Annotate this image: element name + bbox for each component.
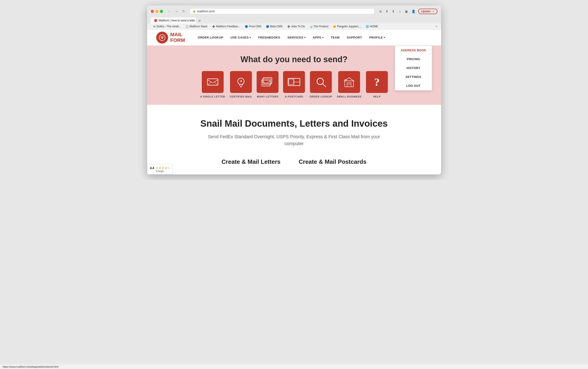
svg-rect-21 (347, 83, 351, 87)
many-letters-label: MANY LETTERS (257, 95, 279, 98)
svg-rect-10 (262, 79, 271, 85)
svg-rect-22 (348, 84, 350, 85)
site-nav: MAIL FORM ORDER LOOKUP USE CASES ▾ FRESH… (147, 30, 441, 46)
service-icons: A SINGLE LETTER 📮 CERTIFIED MAIL (156, 71, 432, 98)
svg-line-3 (207, 80, 213, 83)
feature-postcards-title: Create & Mail Postcards (299, 158, 366, 165)
back-button[interactable]: ← (167, 9, 172, 14)
close-button[interactable] (151, 10, 154, 13)
bookmark-jobs-to-do[interactable]: ➕ Jobs To Do (285, 24, 307, 29)
reload-button[interactable]: ↻ (181, 9, 186, 14)
svg-line-4 (213, 80, 218, 83)
screen-reader-icon[interactable]: ⊕ (378, 9, 383, 14)
maximize-button[interactable] (160, 10, 163, 13)
svg-line-5 (208, 82, 211, 85)
order-lookup-label: ORDER LOOKUP (309, 95, 332, 98)
dropdown-item-history[interactable]: HISTORY (395, 63, 432, 72)
bookmark-mailform-feedback[interactable]: ➕ Mailform Feedbac... (210, 24, 242, 29)
bookmark-beta-cms[interactable]: 🔵 Beta CMS (264, 24, 284, 29)
use-cases-dropdown-icon: ▾ (250, 36, 251, 39)
bookmark-label: The Product (314, 25, 328, 28)
bookmark-mailform-slack[interactable]: 📋 Mailform Slack (183, 24, 209, 29)
active-tab[interactable]: 🔴 Mailform | How to send a lette... ✕ (151, 18, 196, 23)
nav-item-order-lookup[interactable]: ORDER LOOKUP (194, 30, 227, 46)
bookmark-label: Prod CMS (249, 25, 262, 28)
ellipsis-icon: ⋯ (432, 10, 434, 13)
forward-button[interactable]: → (174, 9, 180, 14)
nav-links: ORDER LOOKUP USE CASES ▾ FRESHBOOKS SERV… (194, 30, 432, 46)
bookmark-label: Mailform Slack (190, 25, 207, 28)
beta-cms-icon: 🔵 (266, 25, 269, 28)
reader-view-icon[interactable]: ▣ (404, 9, 409, 14)
many-letters-icon-box (257, 71, 279, 93)
bookmark-the-product[interactable]: 📊 The Product (308, 24, 330, 29)
download-icon[interactable]: ⬇ (385, 9, 389, 14)
bookmark-dokku[interactable]: 🐳 Dokku - The small... (151, 24, 183, 29)
main-content: Snail Mail Documents, Letters and Invoic… (147, 105, 441, 174)
logo-text: MAIL FORM (170, 32, 185, 43)
service-many-letters[interactable]: MANY LETTERS (257, 71, 279, 98)
home-icon: 🌐 (366, 25, 369, 28)
logo-area[interactable]: MAIL FORM (156, 32, 185, 43)
bookmarks-bar: 🐳 Dokku - The small... 📋 Mailform Slack … (147, 23, 441, 30)
postcard-label: A POSTCARD (285, 95, 303, 98)
svg-line-19 (323, 84, 326, 87)
jobs-icon: ➕ (287, 25, 290, 28)
update-button[interactable]: Update ⋯ (418, 9, 437, 14)
single-letter-icon-box (202, 71, 224, 93)
services-dropdown-icon: ▾ (304, 36, 306, 39)
svg-point-1 (162, 37, 163, 39)
service-small-business[interactable]: SMALL BUSINESS (337, 71, 361, 98)
bookmark-star-icon[interactable]: ☆ (397, 9, 402, 14)
nav-item-use-cases[interactable]: USE CASES ▾ (227, 30, 254, 46)
dropdown-item-settings[interactable]: SETTINGS (395, 72, 432, 81)
small-business-icon-box (338, 71, 360, 93)
nav-item-team[interactable]: TEAM (327, 30, 343, 46)
product-icon: 📊 (309, 25, 313, 28)
hero-title: What do you need to send? (156, 55, 432, 64)
main-title: Snail Mail Documents, Letters and Invoic… (165, 118, 423, 129)
certified-mail-icon-box: 📮 (230, 71, 252, 93)
service-single-letter[interactable]: A SINGLE LETTER (200, 71, 225, 98)
traffic-lights (151, 10, 163, 13)
dropdown-item-log-out[interactable]: LOG OUT (395, 81, 432, 90)
address-bar[interactable]: 🔒 mailform.io/#/ (190, 8, 375, 14)
small-business-label: SMALL BUSINESS (337, 95, 361, 98)
bookmark-label: HOME (370, 25, 378, 28)
single-letter-label: A SINGLE LETTER (200, 95, 225, 98)
certified-mail-label: CERTIFIED MAIL (230, 95, 252, 98)
nav-item-freshbooks[interactable]: FRESHBOOKS (255, 30, 284, 46)
service-order-lookup[interactable]: ORDER LOOKUP (309, 71, 332, 98)
dropdown-item-address-book[interactable]: ADDRESS BOOK (395, 46, 432, 55)
bookmark-home[interactable]: 🌐 HOME (364, 24, 380, 29)
service-help[interactable]: ? HELP (366, 71, 388, 98)
help-label: HELP (373, 95, 381, 98)
nav-item-profile[interactable]: PROFILE ▾ (365, 30, 388, 46)
logo-icon (156, 32, 168, 43)
prod-cms-icon: 🔵 (245, 25, 248, 28)
bookmark-label: Mailform Feedbac... (216, 25, 240, 28)
nav-item-support[interactable]: SUPPORT (343, 30, 365, 46)
pangolin-icon: 🔶 (333, 25, 336, 28)
browser-window: ← → ↻ 🔒 mailform.io/#/ ⊕ ⬇ ⬆ ☆ ▣ 👤 Updat… (147, 5, 441, 174)
nav-item-services[interactable]: SERVICES ▾ (284, 30, 309, 46)
share-icon[interactable]: ⬆ (391, 9, 395, 14)
tab-title: Mailform | How to send a lette... (159, 19, 197, 22)
new-tab-button[interactable]: + (197, 19, 202, 23)
bookmark-pangolin[interactable]: 🔶 Pangolin JupyterL... (331, 24, 363, 29)
bookmark-prod-cms[interactable]: 🔵 Prod CMS (243, 24, 263, 29)
nav-item-apps[interactable]: APPS ▾ (309, 30, 327, 46)
dropdown-item-pricing[interactable]: PRICING (395, 55, 432, 63)
svg-line-12 (262, 81, 266, 83)
apps-dropdown-icon: ▾ (322, 36, 324, 39)
bookmark-label: Pangolin JupyterL... (337, 25, 361, 28)
profile-avatar[interactable]: 👤 (411, 9, 416, 14)
feedback-icon: ➕ (212, 25, 215, 28)
dokku-icon: 🐳 (152, 25, 156, 28)
help-icon-box: ? (366, 71, 388, 93)
service-postcard[interactable]: A POSTCARD (283, 71, 305, 98)
browser-controls: ← → ↻ 🔒 mailform.io/#/ ⊕ ⬇ ⬆ ☆ ▣ 👤 Updat… (151, 8, 437, 14)
minimize-button[interactable] (155, 10, 159, 13)
service-certified-mail[interactable]: 📮 CERTIFIED MAIL (230, 71, 252, 98)
bookmarks-more-button[interactable]: » (436, 25, 437, 28)
